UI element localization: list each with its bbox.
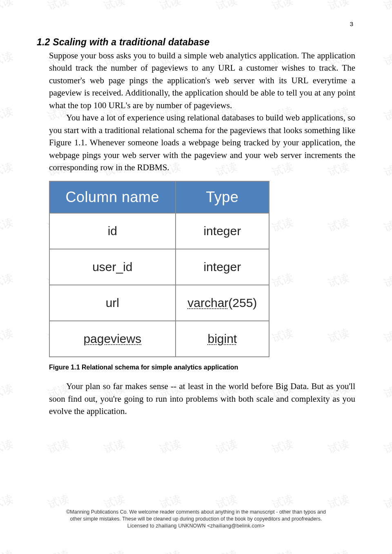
header-type: Type [176,181,269,213]
watermark-text: 试读 [0,547,15,554]
watermark-text: 试读 [102,436,127,456]
watermark-text: 试读 [214,436,238,456]
table-header-row: Column name Type [49,181,269,213]
watermark-text: 试读 [326,436,351,456]
cell-name: user_id [49,249,176,285]
figure-caption: Figure 1.1 Relational schema for simple … [49,364,355,371]
paragraph-2: You have a lot of experience using relat… [49,111,355,174]
cell-name: id [49,213,176,249]
page-number: 3 [350,20,353,27]
figure-1-1: Column name Type id integer user_id inte… [49,181,355,357]
paragraph-1: Suppose your boss asks you to build a si… [49,49,355,111]
watermark-text: 试读 [326,547,351,554]
schema-table: Column name Type id integer user_id inte… [49,181,270,357]
watermark-text: 试读 [270,547,295,554]
footer-line-2: other simple mistakes. These will be cle… [0,516,392,523]
footer-line-1: ©Manning Publications Co. We welcome rea… [0,509,392,516]
table-row: pageviews bigint [49,321,269,357]
page-content: 3 1.2 Scaling with a traditional databas… [0,0,392,418]
cell-type: integer [176,213,269,249]
cell-type: bigint [176,321,269,357]
cell-name: pageviews [49,321,176,357]
watermark-text: 试读 [270,436,295,456]
paragraph-3: Your plan so far makes sense -- at least… [49,380,355,417]
table-row: id integer [49,213,269,249]
section-heading: 1.2 Scaling with a traditional database [37,37,355,48]
table-row: url varchar(255) [49,285,269,321]
watermark-text: 试读 [158,436,183,456]
header-column-name: Column name [49,181,176,213]
footer-line-3: Licensed to zhailiang UNKNOWN <zhailiang… [0,523,392,530]
watermark-text: 试读 [382,436,392,456]
cell-name: url [49,285,176,321]
watermark-text: 试读 [102,547,127,554]
watermark-text: 试读 [46,547,71,554]
watermark-text: 试读 [0,436,15,456]
watermark-text: 试读 [214,547,238,554]
cell-type: integer [176,249,269,285]
page-footer: ©Manning Publications Co. We welcome rea… [0,509,392,530]
watermark-text: 试读 [46,436,71,456]
table-row: user_id integer [49,249,269,285]
watermark-text: 试读 [382,547,392,554]
cell-type: varchar(255) [176,285,269,321]
watermark-text: 试读 [158,547,183,554]
